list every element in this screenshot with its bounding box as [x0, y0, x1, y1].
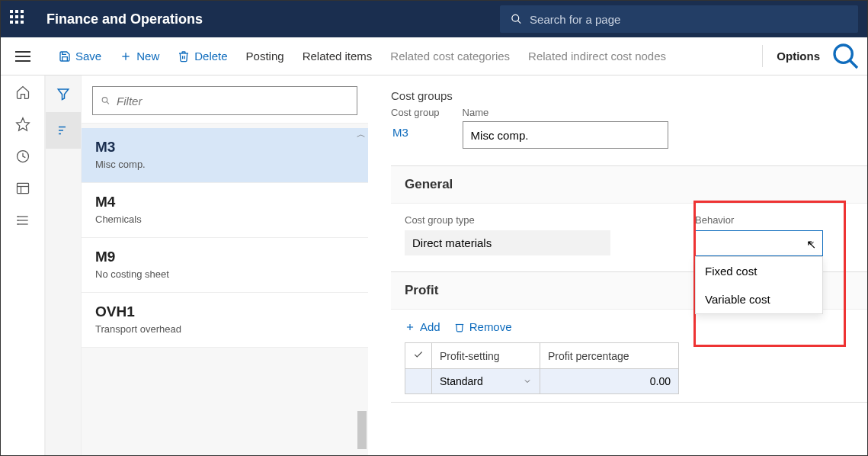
left-nav-rail	[1, 75, 45, 456]
svg-point-21	[102, 98, 107, 103]
favorites-icon[interactable]	[15, 117, 30, 132]
list-filter-input[interactable]	[117, 95, 349, 108]
list-scrollbar[interactable]: ︿	[354, 128, 368, 456]
home-icon[interactable]	[15, 85, 30, 100]
behavior-option[interactable]: Variable cost	[696, 285, 822, 313]
behavior-dropdown-menu: Fixed cost Variable cost	[695, 256, 823, 314]
related-cost-categories-button[interactable]: Related cost categories	[383, 45, 517, 67]
delete-button[interactable]: Delete	[170, 45, 235, 67]
table-row[interactable]: Standard 0.00	[405, 369, 679, 394]
list-item[interactable]: M3 Misc comp.	[82, 128, 368, 183]
cursor-icon: ↖	[806, 237, 816, 252]
nav-toggle-icon[interactable]	[15, 51, 30, 62]
list-item-code: M4	[95, 194, 354, 210]
list-item-desc: No costing sheet	[95, 268, 354, 280]
global-search-input[interactable]	[530, 13, 847, 26]
save-button[interactable]: Save	[51, 45, 109, 67]
svg-point-15	[17, 220, 18, 221]
app-title: Finance and Operations	[46, 11, 203, 27]
list-item-desc: Misc comp.	[95, 159, 354, 170]
workspaces-icon[interactable]	[15, 181, 30, 196]
svg-line-22	[107, 101, 109, 104]
list-item[interactable]: M9 No costing sheet	[82, 238, 368, 293]
search-icon	[101, 95, 111, 106]
plus-icon	[405, 322, 415, 332]
list-item[interactable]: M4 Chemicals	[82, 183, 368, 238]
cost-group-type-label: Cost group type	[405, 214, 610, 226]
list-item-code: M3	[95, 139, 354, 156]
profit-grid: Profit-setting Profit percentage Standar…	[405, 342, 679, 394]
posting-button[interactable]: Posting	[239, 45, 292, 67]
global-search[interactable]	[500, 5, 858, 33]
svg-point-14	[17, 217, 18, 217]
recent-icon[interactable]	[15, 149, 30, 164]
list-filter[interactable]	[92, 86, 357, 115]
svg-marker-17	[58, 89, 69, 100]
cost-group-list: M3 Misc comp. M4 Chemicals M9 No costing…	[82, 124, 368, 456]
new-button[interactable]: New	[112, 45, 167, 67]
remove-button[interactable]: Remove	[454, 320, 512, 333]
svg-point-16	[17, 224, 18, 225]
trash-icon	[454, 322, 465, 332]
name-label: Name	[463, 107, 668, 118]
svg-marker-6	[16, 118, 29, 131]
trash-icon	[178, 50, 190, 63]
app-launcher-icon[interactable]	[10, 10, 28, 28]
grid-cell-profit-setting[interactable]: Standard	[432, 369, 540, 394]
scroll-up-icon[interactable]: ︿	[357, 128, 366, 141]
options-button[interactable]: Options	[762, 45, 828, 67]
list-item[interactable]: OVH1 Transport overhead	[82, 293, 368, 348]
related-indirect-cost-nodes-button[interactable]: Related indirect cost nodes	[520, 45, 674, 67]
chevron-down-icon	[523, 377, 532, 386]
behavior-option[interactable]: Fixed cost	[696, 257, 822, 285]
plus-icon	[120, 50, 132, 63]
filter-tool-icon[interactable]	[46, 75, 81, 112]
list-item-code: OVH1	[95, 303, 354, 320]
grid-col-profit-pct[interactable]: Profit percentage	[540, 343, 679, 369]
add-button[interactable]: Add	[405, 320, 440, 333]
cost-group-label: Cost group	[391, 107, 440, 118]
related-items-button[interactable]: Related items	[295, 45, 380, 67]
cost-group-type-value[interactable]: Direct materials	[405, 230, 610, 255]
behavior-label: Behavior	[695, 214, 823, 226]
name-input[interactable]	[463, 121, 668, 149]
general-section-header[interactable]: General	[391, 166, 867, 204]
command-search-button[interactable]	[831, 41, 861, 72]
behavior-dropdown[interactable]	[695, 230, 823, 256]
save-icon	[59, 50, 71, 63]
list-item-code: M9	[95, 249, 354, 265]
list-item-desc: Transport overhead	[95, 323, 354, 335]
svg-rect-8	[17, 183, 28, 193]
svg-point-4	[834, 45, 852, 63]
svg-line-1	[517, 21, 520, 24]
grid-col-profit-setting[interactable]: Profit-setting	[432, 343, 540, 369]
list-tool-strip	[45, 75, 82, 456]
svg-point-0	[512, 14, 519, 21]
scroll-thumb[interactable]	[357, 411, 367, 449]
modules-icon[interactable]	[15, 213, 30, 228]
search-icon	[511, 13, 522, 25]
grid-row-select[interactable]	[405, 369, 432, 394]
page-title: Cost groups	[391, 89, 867, 102]
grid-cell-profit-pct[interactable]: 0.00	[540, 369, 679, 394]
list-item-desc: Chemicals	[95, 214, 354, 225]
grid-select-header[interactable]	[405, 343, 432, 369]
search-icon	[831, 41, 861, 72]
svg-line-5	[850, 60, 857, 68]
sort-tool-icon[interactable]	[46, 112, 81, 149]
cost-group-value[interactable]: M3	[391, 121, 440, 143]
